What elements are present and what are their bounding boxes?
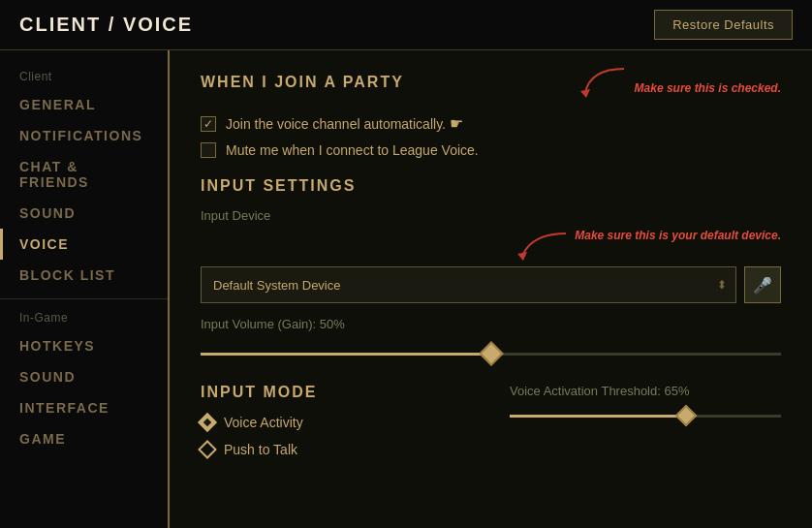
voice-threshold-label: Voice Activation Threshold: 65%	[510, 384, 690, 398]
input-device-label: Input Device	[201, 208, 781, 223]
content-area: WHEN I JOIN A PARTY Make sure this is ch…	[170, 50, 812, 528]
title-prefix: CLIENT /	[19, 14, 123, 35]
party-annotation-container: Make sure this is checked.	[571, 74, 781, 103]
device-annotation-text: Make sure this is your default device.	[575, 229, 781, 242]
input-device-select-wrapper: Default System Device Microphone (Realte…	[201, 266, 736, 303]
input-volume-label: Input Volume (Gain): 50%	[201, 317, 781, 331]
input-device-select[interactable]: Default System Device Microphone (Realte…	[201, 266, 736, 303]
input-volume-slider[interactable]	[201, 339, 781, 368]
svg-marker-2	[580, 89, 590, 98]
threshold-handle[interactable]	[675, 405, 698, 427]
mic-test-button[interactable]: 🎤	[744, 266, 781, 303]
sidebar-item-sound-ingame[interactable]: SOUND	[0, 361, 168, 392]
voice-label: VOICE	[19, 236, 69, 252]
header: CLIENT / VOICE Restore Defaults	[0, 0, 812, 50]
voice-threshold-col: Voice Activation Threshold: 65%	[510, 384, 781, 427]
party-annotation-text: Make sure this is checked.	[635, 81, 781, 95]
party-section-title: WHEN I JOIN A PARTY	[201, 74, 404, 91]
sidebar-item-game[interactable]: GAME	[0, 423, 168, 454]
input-mode-header: INPUT MODE Voice Activity Push to Talk V…	[201, 384, 781, 469]
mute-row: Mute me when I connect to League Voice.	[201, 142, 781, 158]
sidebar-item-hotkeys[interactable]: HOTKEYS	[0, 330, 168, 361]
join-voice-label: Join the voice channel automatically.	[226, 116, 446, 132]
push-to-talk-label: Push to Talk	[224, 442, 297, 457]
cursor-icon: ☛	[450, 114, 463, 133]
push-to-talk-diamond	[198, 440, 217, 459]
sidebar-item-general[interactable]: GENERAL	[0, 89, 168, 120]
voice-activity-diamond	[198, 413, 217, 432]
input-mode-left: INPUT MODE Voice Activity Push to Talk	[201, 384, 317, 469]
party-arrow-icon	[571, 64, 629, 103]
page-title: CLIENT / VOICE	[19, 14, 193, 36]
device-annotation-row: Make sure this is your default device.	[201, 229, 781, 263]
voice-arrow-icon	[0, 235, 2, 253]
main-layout: Client GENERAL NOTIFICATIONS CHAT & FRIE…	[0, 50, 812, 528]
input-mode-section: INPUT MODE Voice Activity Push to Talk V…	[201, 384, 781, 469]
join-voice-row: Join the voice channel automatically. ☛	[201, 114, 781, 133]
device-arrow-icon	[503, 229, 571, 263]
sidebar: Client GENERAL NOTIFICATIONS CHAT & FRIE…	[0, 50, 170, 528]
voice-activity-label: Voice Activity	[224, 415, 303, 430]
voice-threshold-slider[interactable]	[510, 404, 781, 427]
microphone-icon: 🎤	[753, 276, 772, 295]
sidebar-item-voice[interactable]: VOICE	[0, 229, 168, 260]
join-voice-checkbox[interactable]	[201, 116, 216, 132]
input-volume-track	[201, 353, 781, 356]
input-settings-title: INPUT SETTINGS	[201, 177, 781, 195]
title-highlight: VOICE	[123, 14, 193, 35]
client-section-label: Client	[0, 66, 168, 89]
sidebar-item-notifications[interactable]: NOTIFICATIONS	[0, 120, 168, 151]
mute-label: Mute me when I connect to League Voice.	[226, 142, 479, 158]
input-mode-title: INPUT MODE	[201, 384, 317, 401]
threshold-track	[510, 415, 781, 418]
sidebar-divider	[0, 298, 168, 299]
input-settings-section: INPUT SETTINGS Input Device Make sure th…	[201, 177, 781, 368]
input-volume-handle[interactable]	[479, 341, 503, 365]
ingame-section-label: In-Game	[0, 307, 168, 330]
svg-marker-3	[517, 252, 527, 261]
sidebar-item-chat-friends[interactable]: CHAT & FRIENDS	[0, 151, 168, 198]
party-section: WHEN I JOIN A PARTY Make sure this is ch…	[201, 74, 781, 158]
push-to-talk-option[interactable]: Push to Talk	[201, 442, 317, 457]
restore-defaults-button[interactable]: Restore Defaults	[654, 10, 793, 40]
voice-activity-option[interactable]: Voice Activity	[201, 415, 317, 430]
sidebar-item-sound[interactable]: SOUND	[0, 198, 168, 229]
sidebar-item-block-list[interactable]: BLOCK LIST	[0, 260, 168, 291]
sidebar-item-interface[interactable]: INTERFACE	[0, 392, 168, 423]
input-device-row: Default System Device Microphone (Realte…	[201, 266, 781, 303]
mute-checkbox[interactable]	[201, 142, 216, 158]
